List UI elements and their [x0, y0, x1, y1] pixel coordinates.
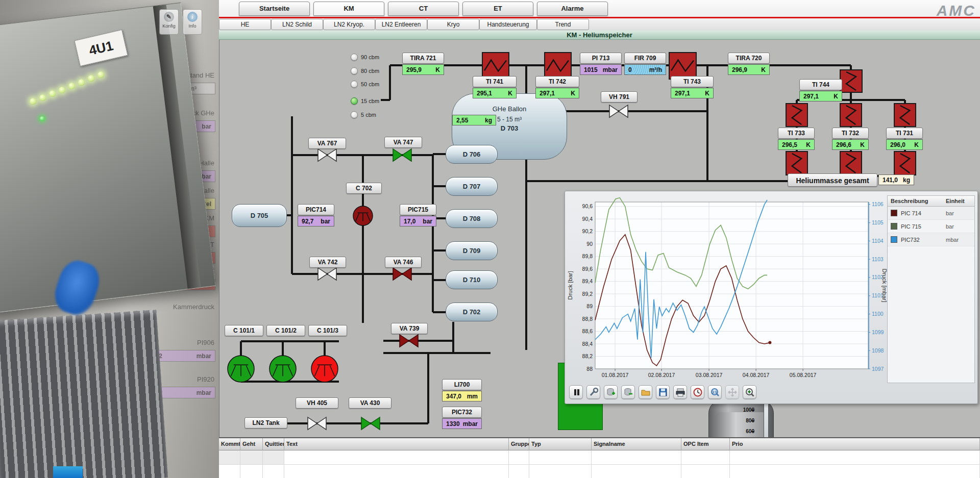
- instrument-tag: TI 733: [778, 128, 815, 139]
- instrument-value[interactable]: 297,1K: [535, 88, 579, 98]
- valve-va747[interactable]: [393, 149, 411, 161]
- instrument-ti731: TI 731296,0K: [886, 128, 923, 150]
- subtab-ln2-entleeren[interactable]: LN2 Entleeren: [375, 19, 427, 30]
- info-icon: i: [187, 12, 198, 22]
- compressor-c101-1[interactable]: [228, 356, 254, 382]
- zoom-reset-button[interactable]: 1:1: [708, 385, 722, 399]
- config-button-group: ✎ Konfig i Info: [159, 9, 202, 35]
- instrument-tag: TI 744: [799, 79, 842, 90]
- alarm-cell: [592, 465, 681, 478]
- value-number: 296,6: [836, 141, 851, 148]
- zoom-in-icon: [744, 387, 755, 398]
- radio-icon[interactable]: [351, 54, 358, 61]
- pan-button[interactable]: [725, 385, 739, 399]
- valve-va742[interactable]: [318, 268, 336, 280]
- time-range-button[interactable]: [691, 385, 704, 399]
- legend-row-pic715[interactable]: PIC 715bar: [888, 220, 974, 233]
- instrument-value[interactable]: 296,0K: [886, 139, 923, 150]
- save-button[interactable]: [656, 385, 670, 399]
- valve-va739[interactable]: [400, 335, 418, 347]
- pipe: [433, 154, 446, 312]
- compressor-c702[interactable]: [353, 206, 373, 225]
- volume-option-15cbm[interactable]: 15 cbm: [351, 97, 379, 105]
- radio-icon[interactable]: [351, 111, 358, 118]
- instrument-value[interactable]: 295,9K: [402, 64, 444, 75]
- instrument-tag: TI 741: [473, 76, 517, 87]
- instrument-value[interactable]: 295,1K: [473, 88, 517, 98]
- heat-exchanger[interactable]: [894, 104, 916, 127]
- instrument-value[interactable]: 297,1K: [799, 91, 842, 102]
- instrument-tag: TI 731: [886, 128, 923, 139]
- alarm-table[interactable]: KommtGehtQuittierTextGruppeTypSignalname…: [219, 437, 980, 478]
- add-curve-button[interactable]: [604, 385, 618, 399]
- scale-tick: [751, 431, 754, 432]
- tab-alarme[interactable]: Alarme: [537, 2, 608, 16]
- alarm-cell: [219, 465, 240, 478]
- tab-km[interactable]: KM: [313, 2, 384, 16]
- valve-va746[interactable]: [393, 268, 411, 280]
- trend-panel: 8888,288,488,688,88989,289,489,689,89090…: [565, 191, 978, 404]
- volume-option-90cbm[interactable]: 90 cbm: [351, 54, 379, 61]
- radio-icon[interactable]: [351, 81, 358, 88]
- volume-option-5cbm[interactable]: 5 cbm: [351, 111, 376, 118]
- subtab-kryo[interactable]: Kryo: [427, 19, 479, 30]
- value-number: 347,0: [446, 393, 461, 400]
- heat-exchanger[interactable]: [786, 104, 807, 127]
- heat-exchanger[interactable]: [840, 104, 862, 127]
- instrument-value[interactable]: 92,7bar: [298, 216, 334, 227]
- instrument-value[interactable]: 0m³/h: [624, 64, 666, 75]
- volume-option-80cbm[interactable]: 80 cbm: [351, 67, 379, 74]
- heat-exchanger[interactable]: [840, 70, 862, 92]
- remove-curve-button[interactable]: [621, 385, 635, 399]
- legend-row-pic732[interactable]: PIC732mbar: [888, 233, 974, 246]
- ballon-mass-value[interactable]: 2,55 kg: [452, 115, 496, 125]
- subtab-ln2-kryop-[interactable]: LN2 Kryop.: [323, 19, 375, 30]
- radio-icon[interactable]: [351, 97, 358, 105]
- led-indicator: [30, 98, 36, 105]
- tab-et[interactable]: ET: [462, 2, 533, 16]
- valve-vh791[interactable]: [609, 105, 628, 117]
- instrument-value[interactable]: 347,0mm: [442, 391, 482, 401]
- zoom-in-button[interactable]: [743, 385, 756, 399]
- compressor-c101-3[interactable]: [311, 356, 338, 382]
- heat-exchanger[interactable]: [786, 152, 807, 175]
- heat-exchanger[interactable]: [894, 152, 916, 175]
- subtab-trend[interactable]: Trend: [537, 19, 589, 30]
- valve-va767[interactable]: [318, 149, 336, 161]
- heat-exchanger[interactable]: [482, 53, 509, 79]
- info-label: Info: [188, 23, 196, 29]
- led-indicator: [97, 71, 104, 78]
- heat-exchanger[interactable]: [840, 152, 862, 175]
- x-axis-tick: 01.08.2017: [602, 372, 629, 378]
- instrument-value[interactable]: 1015mbar: [580, 64, 622, 75]
- valve-va430[interactable]: [361, 417, 380, 430]
- heat-exchanger[interactable]: [545, 53, 571, 79]
- tab-startseite[interactable]: Startseite: [239, 2, 310, 16]
- instrument-value[interactable]: 17,0bar: [400, 216, 436, 227]
- konfig-button[interactable]: ✎ Konfig: [159, 9, 179, 35]
- helium-total-value[interactable]: 141,0 kg: [878, 174, 914, 185]
- legend-row-pic714[interactable]: PIC 714bar: [888, 207, 974, 220]
- print-button[interactable]: [673, 385, 687, 399]
- x-axis-tick: 04.08.2017: [743, 372, 770, 378]
- legend-col-beschreibung: Beschreibung: [888, 196, 943, 206]
- settings-button[interactable]: [586, 385, 600, 399]
- instrument-value[interactable]: 296,9K: [728, 64, 770, 75]
- instrument-value[interactable]: 1330mbar: [442, 418, 482, 429]
- instrument-value[interactable]: 297,1K: [671, 88, 714, 98]
- subtab-he[interactable]: HE: [219, 19, 271, 30]
- compressor-c101-2[interactable]: [270, 356, 296, 382]
- instrument-value[interactable]: 296,5K: [778, 139, 815, 150]
- pause-button[interactable]: [569, 385, 583, 399]
- heat-exchanger[interactable]: [669, 53, 696, 79]
- subtab-handsteuerung[interactable]: Handsteuerung: [479, 19, 537, 30]
- tab-ct[interactable]: CT: [388, 2, 459, 16]
- subtab-ln2-schild[interactable]: LN2 Schild: [271, 19, 323, 30]
- alarm-col-prio: Prio: [730, 438, 980, 450]
- info-button[interactable]: i Info: [183, 9, 202, 35]
- radio-icon[interactable]: [351, 67, 358, 74]
- volume-option-50cbm[interactable]: 50 cbm: [351, 81, 379, 88]
- open-button[interactable]: [639, 385, 652, 399]
- valve-vh405[interactable]: [308, 417, 326, 430]
- instrument-value[interactable]: 296,6K: [832, 139, 869, 150]
